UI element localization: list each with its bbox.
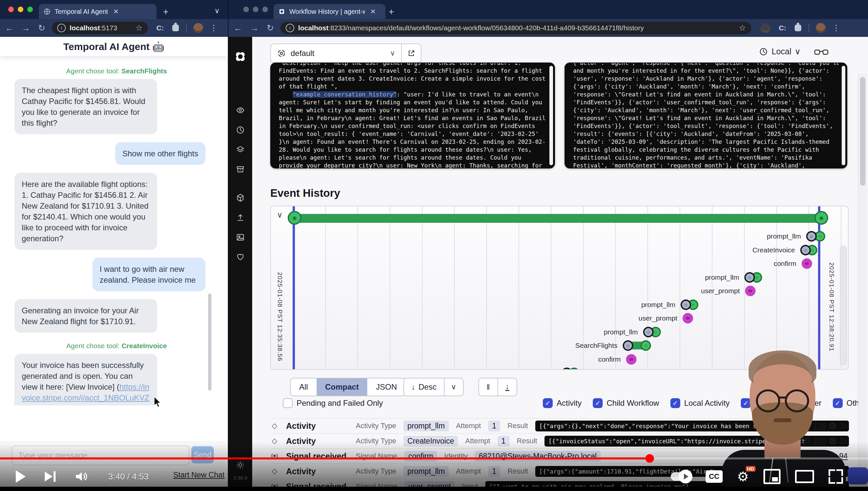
tab-search-chevron-icon[interactable]: ∨ [214,7,220,15]
code-scrollbar[interactable] [549,66,553,165]
signal-marker[interactable] [745,286,755,296]
browser-menu-icon[interactable]: ⋮ [210,23,218,33]
checkbox-checked[interactable]: ✓ [543,398,553,408]
site-info-icon[interactable]: i [286,24,294,32]
chat-scrollbar[interactable] [208,293,211,391]
captions-button[interactable]: CC [706,470,723,483]
timeline-row[interactable]: CreateInvoice◇◇ [271,245,848,257]
filter-local-activity[interactable]: ✓Local Activity [671,398,730,408]
autoplay-toggle[interactable] [671,472,691,481]
activity-scheduled-marker[interactable]: ◇ [800,245,811,255]
back-button[interactable]: ← [5,23,14,33]
back-button[interactable]: ← [234,23,242,33]
sort-order-control[interactable]: ↓Desc ∨ [403,378,464,396]
archive-icon[interactable] [236,165,245,174]
new-tab-button[interactable]: + [163,7,168,17]
extensions-puzzle-icon[interactable] [795,25,801,31]
invoice-link[interactable]: https://invoice.stripe.com/i/acct_1NBOLu… [22,382,150,405]
namespace-select[interactable]: default ∨ [270,44,422,63]
page-scrollbar-thumb[interactable] [860,77,865,185]
signal-marker[interactable] [802,258,812,269]
workflow-input-code-block[interactable]: "description": "Help the user gather arg… [270,62,555,169]
temporal-logo-icon[interactable] [234,50,247,63]
extension-circle-icon[interactable] [761,23,770,33]
filter-child-workflow[interactable]: ✓Child Workflow [593,398,659,408]
bookmark-star-icon[interactable]: ☆ [739,23,746,33]
signal-marker[interactable] [626,354,637,365]
collapse-chevron-icon[interactable]: ∨ [277,210,283,220]
schedules-clock-icon[interactable] [236,126,245,134]
browser-tab[interactable]: Temporal AI Agent ✕ [39,4,156,19]
site-info-icon[interactable]: i [57,24,66,32]
volume-icon[interactable] [74,470,89,483]
fullscreen-icon[interactable] [829,469,843,484]
import-upload-icon[interactable] [236,213,245,222]
close-tab-icon[interactable]: ✕ [370,7,376,16]
filter-activity[interactable]: ✓Activity [543,398,582,408]
workflow-result-code-block[interactable]: {'actor': 'agent', 'response': {'next': … [564,62,847,169]
next-icon[interactable] [45,471,56,482]
address-bar[interactable]: i localhost:5173 ☆ [52,22,148,34]
workflows-eye-icon[interactable] [236,106,245,115]
batch-layers-icon[interactable] [236,145,245,154]
activity-scheduled-marker[interactable]: ◇ [623,340,633,351]
profile-avatar[interactable] [816,23,826,33]
workflow-start-marker[interactable]: ◈ [288,211,302,225]
activity-scheduled-marker[interactable]: ◇ [806,231,817,241]
timeline-row[interactable]: user_prompt [271,313,848,325]
timeline-row[interactable]: prompt_llm◇◇ [271,299,848,311]
activity-scheduled-marker[interactable]: ◇ [681,299,691,310]
workflow-execution-bar[interactable] [293,214,822,223]
play-icon[interactable] [16,470,26,483]
view-tab-json[interactable]: JSON [367,378,405,396]
checkbox-unchecked[interactable] [283,398,292,408]
sort-chevron-button[interactable]: ∨ [444,378,463,396]
new-tab-button[interactable]: + [389,7,394,17]
timeline-row[interactable]: prompt_llm◇◇ [271,272,848,284]
minimize-window-button[interactable] [18,7,23,12]
settings-gear-icon[interactable]: ⚙HD [737,470,749,483]
activity-scheduled-marker[interactable]: ◇ [744,272,755,283]
feedback-heart-icon[interactable] [236,253,245,261]
image-icon[interactable] [236,233,245,241]
timeline-row[interactable]: user_prompt [271,286,848,297]
reload-button[interactable]: ↻ [38,23,45,33]
signal-marker[interactable] [683,313,693,323]
extensions-puzzle-icon[interactable] [172,25,179,31]
close-tab-icon[interactable]: ✕ [113,7,119,16]
extension-ci-icon[interactable]: C: [156,24,164,32]
workflow-end-marker[interactable]: ◈ [814,211,828,225]
pause-button[interactable]: ‖ [479,378,497,396]
checkbox-checked[interactable]: ✓ [593,398,603,408]
timeline-row[interactable]: prompt_llm◇◇ [271,231,848,243]
close-window-button[interactable] [243,7,249,12]
video-scrubber[interactable] [645,454,654,463]
forward-button[interactable]: → [22,23,30,33]
bookmark-star-icon[interactable]: ☆ [135,23,143,33]
labs-glasses-icon[interactable] [814,48,829,57]
minimize-window-button[interactable] [253,7,258,12]
view-tab-compact[interactable]: Compact [317,378,368,396]
browser-tab[interactable]: Workflow History | agent-wor ✕ [274,4,385,19]
codec-cube-icon[interactable] [236,194,245,202]
checkbox-checked[interactable]: ✓ [671,398,680,408]
timeline-row[interactable]: confirm [271,258,848,270]
reload-button[interactable]: ↻ [267,23,274,33]
close-window-button[interactable] [8,7,14,12]
theater-mode-icon[interactable] [795,470,814,483]
pending-filter[interactable]: Pending and Failed Only [283,398,383,408]
activity-completed-marker[interactable]: ◇ [641,340,651,351]
view-tab-all[interactable]: All [291,378,317,396]
zoom-window-button[interactable] [262,7,268,12]
miniplayer-icon[interactable] [764,469,780,484]
code-scrollbar[interactable] [842,66,845,165]
zoom-window-button[interactable] [27,7,33,12]
profile-avatar[interactable] [193,23,203,33]
event-field-value[interactable]: 1 [488,421,500,431]
video-progress-track[interactable] [0,457,868,459]
event-field-value[interactable]: prompt_llm [403,421,449,431]
extension-ci-icon[interactable]: C: [779,24,786,32]
browser-menu-icon[interactable]: ⋮ [832,23,840,33]
timezone-select[interactable]: Local ∨ [759,47,801,56]
timeline-row[interactable]: prompt_llm◇◇ [271,327,848,339]
